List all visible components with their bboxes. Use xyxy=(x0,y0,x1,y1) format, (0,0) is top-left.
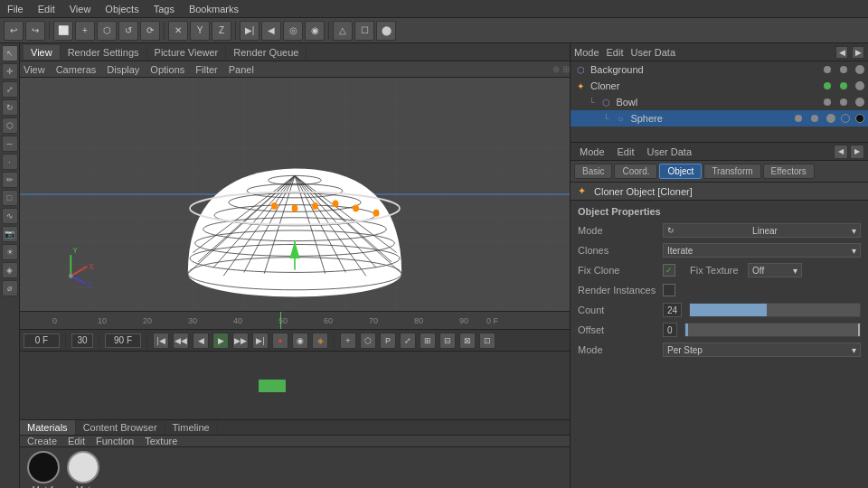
scale-tool[interactable]: ⤢ xyxy=(2,81,18,98)
menu-view[interactable]: View xyxy=(62,4,99,14)
select-tool[interactable]: ↖ xyxy=(2,45,18,61)
play-forward-button[interactable]: ▶ xyxy=(212,333,229,349)
props-nav-forward[interactable]: ▶ xyxy=(850,145,864,159)
prop-value-mode-step[interactable]: Per Step ▾ xyxy=(663,343,861,357)
mat-item-1[interactable]: Mat xyxy=(67,451,99,488)
render-circle-button[interactable]: ◎ xyxy=(283,21,303,41)
vp-menu-display[interactable]: Display xyxy=(107,64,139,75)
edge-tool[interactable]: ─ xyxy=(2,136,18,152)
menu-file[interactable]: File xyxy=(0,4,31,14)
prop-value-clones[interactable]: Iterate ▾ xyxy=(663,243,861,258)
props-tab-edit[interactable]: Edit xyxy=(612,145,640,159)
mat-menu-function[interactable]: Function xyxy=(96,436,134,446)
menu-objects[interactable]: Objects xyxy=(98,4,146,14)
undo-button[interactable]: ↩ xyxy=(4,21,24,41)
prop-tab-effectors[interactable]: Effectors xyxy=(763,164,815,179)
pb-extra8[interactable]: ⊡ xyxy=(479,333,495,349)
mat-tab-materials[interactable]: Materials xyxy=(20,420,76,435)
render-full-button[interactable]: ◉ xyxy=(305,21,325,41)
prop-checkbox-render-instances[interactable]: ✓ xyxy=(663,284,675,296)
prop-offset-slider[interactable] xyxy=(684,323,861,337)
pb-extra2[interactable]: ⬡ xyxy=(360,333,376,349)
mat-tab-content-browser[interactable]: Content Browser xyxy=(76,420,165,435)
tab-render-settings[interactable]: Render Settings xyxy=(61,45,147,60)
box-button[interactable]: ☐ xyxy=(354,21,374,41)
objects-nav-back[interactable]: ◀ xyxy=(835,46,848,59)
box2-tool[interactable]: □ xyxy=(2,190,18,206)
obj-row-background[interactable]: ⬡ Background xyxy=(571,61,868,78)
y-button[interactable]: Y xyxy=(190,21,210,41)
obj-row-bowl[interactable]: └ ⬡ Bowl xyxy=(571,94,868,110)
objects-mode-btn[interactable]: Mode xyxy=(574,47,599,58)
obj-row-sphere[interactable]: └ ○ Sphere xyxy=(571,110,868,127)
prop-value-mode[interactable]: ↻ Linear ▾ xyxy=(663,223,861,238)
prop-offset-value[interactable]: 0 xyxy=(663,323,677,337)
mat-tab-timeline[interactable]: Timeline xyxy=(165,420,218,435)
move-tool[interactable]: ✛ xyxy=(2,63,18,80)
prop-count-slider[interactable] xyxy=(689,303,861,317)
prop-tab-transform[interactable]: Transform xyxy=(703,164,760,179)
props-nav-back[interactable]: ◀ xyxy=(834,145,848,159)
pb-extra6[interactable]: ⊟ xyxy=(439,333,456,349)
tab-view[interactable]: View xyxy=(24,45,61,60)
vp-menu-filter[interactable]: Filter xyxy=(195,64,217,75)
skip-end-button[interactable]: ▶| xyxy=(252,333,269,349)
shape-button[interactable]: △ xyxy=(333,21,353,41)
mat-swatch-1[interactable] xyxy=(67,451,99,483)
record-preview-button[interactable]: ◉ xyxy=(292,333,308,349)
obj-vis2-sphere[interactable] xyxy=(808,112,821,125)
play-back-button[interactable]: ◀ xyxy=(193,333,209,349)
pb-extra5[interactable]: ⊞ xyxy=(420,333,436,349)
deform-tool[interactable]: ⌀ xyxy=(2,280,18,296)
prop-tab-coord[interactable]: Coord. xyxy=(614,164,657,179)
vp-menu-options[interactable]: Options xyxy=(150,64,184,75)
pb-extra7[interactable]: ⊠ xyxy=(459,333,476,349)
obj-vis2-cloner[interactable] xyxy=(837,80,850,92)
paint-tool[interactable]: ✏ xyxy=(2,172,18,188)
record-button[interactable]: ● xyxy=(272,333,288,349)
vp-menu-cameras[interactable]: Cameras xyxy=(56,64,97,75)
mat-menu-texture[interactable]: Texture xyxy=(145,436,177,446)
redo-button[interactable]: ↪ xyxy=(25,21,45,41)
add-button[interactable]: + xyxy=(75,21,95,41)
vp-menu-panel[interactable]: Panel xyxy=(229,64,254,75)
objects-nav-forward[interactable]: ▶ xyxy=(852,46,864,59)
spline-tool[interactable]: ∿ xyxy=(2,208,18,224)
material-tool[interactable]: ◈ xyxy=(2,262,18,278)
3d-viewport[interactable]: Perspective xyxy=(20,78,570,311)
obj-vis-cloner[interactable] xyxy=(821,80,834,92)
objects-edit-btn[interactable]: Edit xyxy=(607,47,624,58)
props-tab-userdata[interactable]: User Data xyxy=(642,145,698,159)
close-button[interactable]: ✕ xyxy=(168,21,188,41)
tab-render-queue[interactable]: Render Queue xyxy=(226,45,307,60)
obj-row-cloner[interactable]: ✦ Cloner xyxy=(571,78,868,94)
fps-input[interactable] xyxy=(71,333,93,348)
mat-menu-edit[interactable]: Edit xyxy=(68,436,85,446)
obj-vis-background[interactable] xyxy=(821,63,834,76)
tab-picture-viewer[interactable]: Picture Viewer xyxy=(147,45,227,60)
record-point-button[interactable]: ◈ xyxy=(312,333,328,349)
dot-button[interactable]: ⬤ xyxy=(376,21,396,41)
prop-tab-object[interactable]: Object xyxy=(659,164,702,179)
obj-vis-sphere[interactable] xyxy=(792,112,805,125)
rotate-tool[interactable]: ↻ xyxy=(2,99,18,116)
end-frame-input[interactable] xyxy=(105,333,141,348)
timeline-tracks[interactable] xyxy=(20,352,570,419)
obj-vis-bowl[interactable] xyxy=(821,96,834,108)
current-frame-input[interactable] xyxy=(24,333,60,348)
point-tool[interactable]: · xyxy=(2,154,18,170)
objects-userdata-btn[interactable]: User Data xyxy=(631,47,676,58)
prop-tab-basic[interactable]: Basic xyxy=(574,164,612,179)
render-back-button[interactable]: ◀ xyxy=(261,21,281,41)
obj-vis2-background[interactable] xyxy=(837,63,850,76)
new-button[interactable]: ⬜ xyxy=(53,21,73,41)
menu-tags[interactable]: Tags xyxy=(146,4,182,14)
menu-bookmarks[interactable]: Bookmarks xyxy=(182,4,246,14)
menu-edit[interactable]: Edit xyxy=(31,4,62,14)
pb-extra1[interactable]: + xyxy=(340,333,356,349)
refresh-button[interactable]: ⟳ xyxy=(140,21,160,41)
play-fast-button[interactable]: ▶▶ xyxy=(232,333,249,349)
obj-vis2-bowl[interactable] xyxy=(837,96,850,108)
mat-item-0[interactable]: Mat 1 xyxy=(27,451,60,488)
pb-extra3[interactable]: P xyxy=(380,333,396,349)
